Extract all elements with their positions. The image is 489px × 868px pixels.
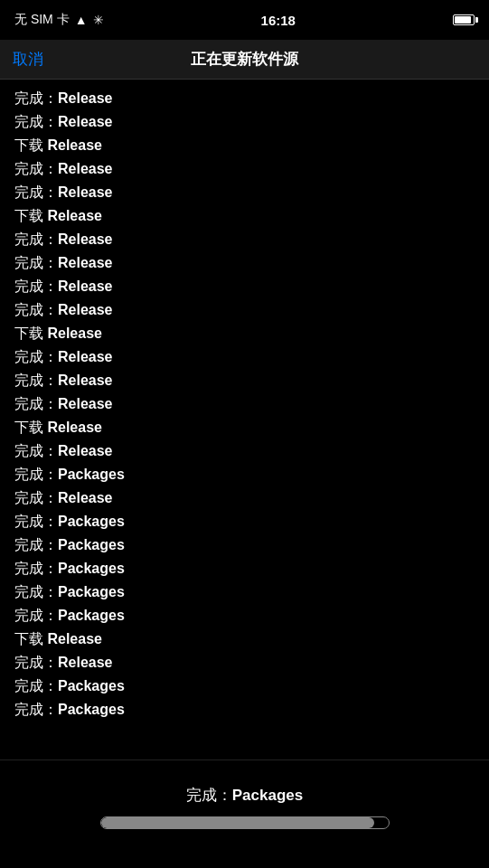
log-prefix: 下载 xyxy=(14,631,47,646)
log-prefix: 完成： xyxy=(14,349,58,364)
log-prefix: 完成： xyxy=(14,702,58,717)
log-line: 完成：Packages xyxy=(14,533,475,557)
log-value: Release xyxy=(58,278,113,294)
log-value: Release xyxy=(47,208,102,223)
log-line: 完成：Packages xyxy=(14,510,475,533)
log-prefix: 完成： xyxy=(14,302,58,317)
log-value: Release xyxy=(58,373,113,388)
log-prefix: 完成： xyxy=(14,161,58,176)
log-line: 完成：Release xyxy=(14,157,475,181)
battery-icon xyxy=(453,14,475,25)
log-prefix: 完成： xyxy=(14,443,58,458)
log-value: Release xyxy=(58,161,113,176)
log-line: 完成：Packages xyxy=(14,675,475,698)
log-line: 完成：Release xyxy=(14,181,475,204)
log-line: 完成：Release xyxy=(14,298,475,322)
carrier-label: 无 SIM 卡 xyxy=(14,12,70,28)
log-prefix: 完成： xyxy=(14,514,58,529)
log-value: Packages xyxy=(58,584,125,599)
log-value: Packages xyxy=(58,467,125,482)
log-value: Packages xyxy=(58,514,125,529)
log-line: 下载 Release xyxy=(14,416,475,439)
log-value: Release xyxy=(58,255,113,270)
log-value: Packages xyxy=(58,702,125,717)
log-prefix: 完成： xyxy=(14,373,58,388)
log-value: Packages xyxy=(58,537,125,552)
bottom-area: 完成：Packages xyxy=(0,760,489,868)
status-bar: 无 SIM 卡 ▲ ✳ 16:18 xyxy=(0,0,489,40)
log-line: 下载 Release xyxy=(14,134,475,157)
log-value: Release xyxy=(58,90,113,106)
log-value: Release xyxy=(58,114,113,129)
log-prefix: 完成： xyxy=(14,537,58,552)
log-line: 完成：Release xyxy=(14,392,475,416)
bottom-status-text: 完成：Packages xyxy=(186,785,303,806)
nav-title: 正在更新软件源 xyxy=(191,49,298,70)
log-value: Packages xyxy=(58,608,125,623)
status-right xyxy=(453,14,475,25)
log-content: 完成：Release完成：Release下载 Release完成：Release… xyxy=(0,80,489,760)
log-value: Release xyxy=(58,349,113,364)
log-prefix: 下载 xyxy=(14,326,47,341)
log-value: Release xyxy=(58,443,113,458)
log-prefix: 完成： xyxy=(14,278,58,294)
log-value: Release xyxy=(47,137,102,153)
log-value: Packages xyxy=(58,678,125,693)
log-line: 完成：Packages xyxy=(14,580,475,604)
log-line: 完成：Release xyxy=(14,251,475,275)
log-value: Release xyxy=(58,184,113,200)
status-left: 无 SIM 卡 ▲ ✳ xyxy=(14,12,104,28)
progress-bar-fill xyxy=(101,817,374,828)
log-value: Release xyxy=(47,326,102,341)
log-line: 完成：Packages xyxy=(14,604,475,627)
log-line: 完成：Packages xyxy=(14,557,475,580)
log-line: 完成：Release xyxy=(14,439,475,463)
log-line: 完成：Release xyxy=(14,345,475,369)
log-line: 完成：Release xyxy=(14,651,475,675)
log-prefix: 完成： xyxy=(14,561,58,576)
log-prefix: 完成： xyxy=(14,608,58,623)
log-value: Release xyxy=(58,396,113,411)
log-prefix: 下载 xyxy=(14,208,47,223)
log-line: 下载 Release xyxy=(14,322,475,345)
log-value: Release xyxy=(58,655,113,670)
log-line: 完成：Release xyxy=(14,110,475,134)
log-prefix: 完成： xyxy=(14,584,58,599)
log-prefix: 完成： xyxy=(14,90,58,106)
log-line: 完成：Packages xyxy=(14,463,475,486)
bottom-status-value: Packages xyxy=(232,787,303,804)
log-line: 完成：Release xyxy=(14,486,475,510)
log-line: 下载 Release xyxy=(14,627,475,651)
bottom-status-prefix: 完成： xyxy=(186,787,232,804)
cancel-button[interactable]: 取消 xyxy=(13,49,43,70)
nav-bar: 取消 正在更新软件源 xyxy=(0,40,489,80)
log-value: Release xyxy=(47,420,102,435)
wifi-icon: ▲ xyxy=(75,13,88,27)
log-prefix: 完成： xyxy=(14,655,58,670)
log-line: 完成：Release xyxy=(14,228,475,251)
log-line: 完成：Packages xyxy=(14,698,475,722)
log-prefix: 完成： xyxy=(14,114,58,129)
status-time: 16:18 xyxy=(261,13,296,28)
log-line: 下载 Release xyxy=(14,204,475,228)
log-line: 完成：Release xyxy=(14,369,475,392)
log-value: Release xyxy=(58,231,113,247)
log-prefix: 完成： xyxy=(14,184,58,200)
log-prefix: 下载 xyxy=(14,420,47,435)
log-value: Release xyxy=(58,490,113,505)
signal-icon: ✳ xyxy=(93,13,104,27)
log-prefix: 下载 xyxy=(14,137,47,153)
log-value: Release xyxy=(47,631,102,646)
log-prefix: 完成： xyxy=(14,231,58,247)
log-line: 完成：Release xyxy=(14,87,475,110)
battery-fill xyxy=(455,16,471,24)
log-prefix: 完成： xyxy=(14,467,58,482)
log-prefix: 完成： xyxy=(14,255,58,270)
progress-bar-container xyxy=(100,816,390,829)
log-line: 完成：Release xyxy=(14,275,475,298)
log-value: Packages xyxy=(58,561,125,576)
log-prefix: 完成： xyxy=(14,396,58,411)
log-prefix: 完成： xyxy=(14,678,58,693)
log-prefix: 完成： xyxy=(14,490,58,505)
log-value: Release xyxy=(58,302,113,317)
